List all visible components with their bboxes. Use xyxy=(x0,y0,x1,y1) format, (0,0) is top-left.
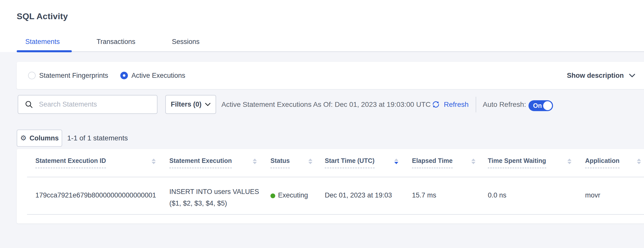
cell-time-spent-waiting: 0.0 ns xyxy=(488,191,507,199)
result-count: 1-1 of 1 statements xyxy=(67,130,128,147)
cell-application: movr xyxy=(585,191,600,199)
sort-icon-application[interactable] xyxy=(637,159,641,164)
active-tab-indicator xyxy=(17,50,72,52)
as-of-timestamp: Active Statement Executions As Of: Dec 0… xyxy=(221,95,431,114)
column-header-application[interactable]: Application xyxy=(585,157,619,168)
search-statements-field[interactable] xyxy=(18,95,157,114)
radio-label-statement-fingerprints: Statement Fingerprints xyxy=(39,72,108,80)
tab-statements[interactable]: Statements xyxy=(25,38,60,46)
refresh-button[interactable]: Refresh xyxy=(431,95,469,114)
sort-icon-statement-execution[interactable] xyxy=(253,159,257,164)
column-header-start-time[interactable]: Start Time (UTC) xyxy=(325,157,375,168)
statements-table-card: Statement Execution ID Statement Executi… xyxy=(17,149,644,224)
cell-elapsed-time: 15.7 ms xyxy=(412,191,436,199)
radio-statement-fingerprints[interactable]: Statement Fingerprints xyxy=(28,62,108,89)
radio-selected-icon xyxy=(120,72,128,79)
radio-unselected-icon xyxy=(28,72,36,79)
columns-button-label: Columns xyxy=(30,134,59,142)
refresh-label: Refresh xyxy=(444,101,469,109)
auto-refresh-label: Auto Refresh: xyxy=(483,95,526,114)
toolbar-divider xyxy=(476,97,476,112)
refresh-icon xyxy=(431,100,441,109)
page-header: SQL Activity Statements Transactions Ses… xyxy=(0,0,644,52)
filters-button-label: Filters (0) xyxy=(171,101,202,108)
column-header-elapsed-time[interactable]: Elapsed Time xyxy=(412,157,453,168)
toggle-state-label: On xyxy=(533,102,542,109)
tab-underline-track xyxy=(17,51,644,52)
sql-line-1: INSERT INTO users VALUES xyxy=(169,186,259,197)
sort-icon-elapsed-time[interactable] xyxy=(471,159,475,164)
column-header-time-spent-waiting[interactable]: Time Spent Waiting xyxy=(488,157,546,168)
sort-icon-time-spent-waiting[interactable] xyxy=(567,159,571,164)
column-header-statement-execution[interactable]: Statement Execution xyxy=(169,157,232,168)
search-input[interactable] xyxy=(38,100,148,109)
row-divider xyxy=(27,214,644,215)
cell-statement-execution: INSERT INTO users VALUES ($1, $2, $3, $4… xyxy=(169,186,259,209)
show-description-label: Show description xyxy=(567,72,624,80)
show-description-toggle[interactable]: Show description xyxy=(567,62,635,89)
chevron-down-icon xyxy=(205,103,211,107)
view-mode-card: Statement Fingerprints Active Executions… xyxy=(17,62,644,89)
sort-icon-status[interactable] xyxy=(308,159,312,164)
sort-icon-start-time-active-desc[interactable] xyxy=(394,159,398,164)
column-header-status[interactable]: Status xyxy=(270,157,290,168)
chevron-down-icon xyxy=(629,73,635,78)
column-header-statement-execution-id[interactable]: Statement Execution ID xyxy=(35,157,106,168)
gear-icon: ⚙ xyxy=(20,135,27,142)
filters-button[interactable]: Filters (0) xyxy=(165,95,216,114)
auto-refresh-toggle[interactable]: On xyxy=(528,100,553,111)
header-divider xyxy=(27,177,644,177)
sort-icon-statement-execution-id[interactable] xyxy=(152,159,156,164)
sql-line-2: ($1, $2, $3, $4, $5) xyxy=(169,197,259,209)
tab-sessions[interactable]: Sessions xyxy=(172,38,200,46)
cell-start-time: Dec 01, 2023 at 19:03 xyxy=(325,191,392,199)
cell-status: Executing xyxy=(278,191,308,199)
radio-label-active-executions: Active Executions xyxy=(131,72,185,80)
columns-button[interactable]: ⚙ Columns xyxy=(17,130,62,147)
toggle-knob xyxy=(543,101,552,110)
tab-transactions[interactable]: Transactions xyxy=(97,38,135,46)
page-title: SQL Activity xyxy=(17,11,68,21)
status-executing-dot xyxy=(270,193,275,198)
radio-active-executions[interactable]: Active Executions xyxy=(120,62,185,89)
search-icon xyxy=(25,100,33,109)
cell-statement-execution-id: 179cca7921e679b80000000000000001 xyxy=(35,191,156,199)
